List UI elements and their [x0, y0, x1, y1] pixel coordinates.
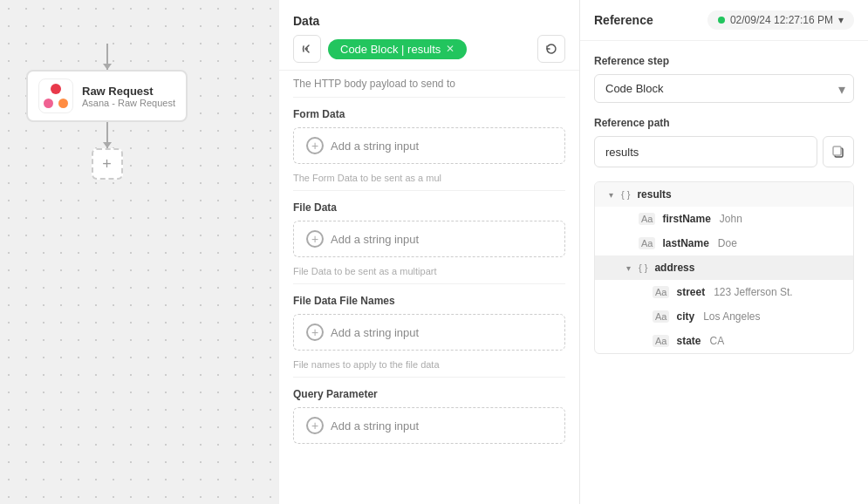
file-data-names-section: File Data File Names + Add a string inpu… — [293, 284, 565, 356]
query-param-section: Query Parameter + Add a string input — [293, 378, 565, 449]
undo-icon — [545, 43, 557, 55]
step-action-button[interactable] — [537, 35, 565, 63]
connector-arrow-2 — [106, 122, 108, 148]
file-data-add-input[interactable]: + Add a string input — [293, 221, 565, 257]
data-panel-body: The HTTP body payload to send to Form Da… — [279, 71, 579, 449]
file-data-names-add-label: Add a string input — [331, 326, 419, 339]
reference-step-select-wrapper: Code Block ▾ — [594, 74, 854, 103]
tree-value-firstname: John — [720, 213, 742, 225]
file-data-names-label: File Data File Names — [293, 295, 565, 307]
tree-value-lastname: Doe — [718, 237, 737, 249]
tree-row-state[interactable]: Aa state CA — [595, 329, 853, 353]
dot-red — [51, 84, 61, 94]
tree-key-state: state — [676, 335, 701, 347]
asana-dots — [42, 82, 70, 110]
data-panel-title: Data — [293, 14, 565, 28]
node-container: Raw Request Asana - Raw Request + — [26, 44, 188, 180]
query-param-label: Query Parameter — [293, 388, 565, 400]
copy-icon — [831, 145, 845, 159]
string-type-icon-2: Aa — [639, 237, 655, 249]
tree-key-firstname: firstName — [662, 213, 710, 225]
workflow-canvas: Raw Request Asana - Raw Request + — [0, 0, 279, 504]
tree-row-city[interactable]: Aa city Los Angeles — [595, 304, 853, 329]
tree-toggle-results[interactable]: ▾ — [604, 187, 618, 201]
results-tree: ▾ { } results Aa firstName John Aa lastN… — [594, 181, 854, 354]
tree-toggle-spacer-4 — [635, 310, 649, 324]
tree-row-address[interactable]: ▾ { } address — [595, 255, 853, 280]
reference-panel: Reference 02/09/24 12:27:16 PM ▾ Referen… — [580, 0, 868, 504]
dot-pink — [44, 99, 53, 108]
file-data-names-add-input[interactable]: + Add a string input — [293, 314, 565, 351]
query-param-add-input[interactable]: + Add a string input — [293, 407, 565, 444]
query-param-add-label: Add a string input — [331, 419, 419, 432]
step-badge: Code Block | results ✕ — [328, 39, 467, 59]
file-data-names-desc: File names to apply to the file data — [293, 356, 565, 378]
form-data-desc: The Form Data to be sent as a mul — [293, 169, 565, 191]
copy-path-button[interactable] — [823, 136, 854, 167]
step-badge-close[interactable]: ✕ — [446, 43, 455, 55]
reference-path-wrapper — [594, 136, 854, 167]
status-dot — [718, 17, 725, 24]
tree-toggle-spacer-3 — [635, 285, 649, 299]
tree-row-lastname[interactable]: Aa lastName Doe — [595, 231, 853, 255]
tree-toggle-spacer — [621, 212, 635, 226]
tree-value-street: 123 Jefferson St. — [714, 286, 793, 298]
tree-key-results: results — [637, 188, 671, 201]
reference-title: Reference — [594, 13, 653, 27]
string-type-icon-4: Aa — [653, 310, 669, 323]
tree-key-city: city — [676, 310, 694, 323]
tree-key-address: address — [654, 262, 694, 274]
tree-value-state: CA — [709, 335, 724, 347]
reference-body: Reference step Code Block ▾ Reference pa… — [580, 41, 868, 368]
plus-circle-icon-2: + — [306, 230, 324, 248]
chevron-down-icon: ▾ — [838, 14, 844, 26]
reference-path-label: Reference path — [594, 117, 854, 129]
data-description: The HTTP body payload to send to — [293, 71, 565, 98]
tree-toggle-spacer-2 — [621, 236, 635, 250]
file-data-label: File Data — [293, 201, 565, 214]
tree-row-firstname[interactable]: Aa firstName John — [595, 207, 853, 231]
tree-row-street[interactable]: Aa street 123 Jefferson St. — [595, 280, 853, 304]
form-data-add-label: Add a string input — [331, 140, 419, 153]
file-data-section: File Data + Add a string input — [293, 191, 565, 262]
string-type-icon-5: Aa — [653, 335, 669, 347]
step-badge-label: Code Block | results — [340, 43, 441, 56]
reference-step-label: Reference step — [594, 55, 854, 67]
file-data-add-label: Add a string input — [331, 233, 419, 246]
reference-header: Reference 02/09/24 12:27:16 PM ▾ — [580, 0, 868, 41]
tree-value-city: Los Angeles — [703, 310, 760, 323]
reference-path-input[interactable] — [594, 136, 817, 167]
plus-circle-icon: + — [306, 137, 324, 154]
node-title: Raw Request — [82, 85, 175, 98]
object-icon-address: { } — [639, 262, 647, 273]
form-data-add-input[interactable]: + Add a string input — [293, 127, 565, 164]
data-panel: Data Code Block | results ✕ The — [279, 0, 580, 504]
plus-circle-icon-4: + — [306, 417, 324, 434]
form-data-section: Form Data + Add a string input — [293, 98, 565, 169]
tree-row-results[interactable]: ▾ { } results — [595, 182, 853, 207]
file-data-desc: File Data to be sent as a multipart — [293, 262, 565, 284]
reference-timestamp[interactable]: 02/09/24 12:27:16 PM ▾ — [707, 10, 854, 30]
timestamp-label: 02/09/24 12:27:16 PM — [730, 14, 833, 26]
tree-toggle-address[interactable]: ▾ — [621, 261, 635, 275]
tree-toggle-spacer-5 — [635, 334, 649, 348]
step-back-button[interactable] — [293, 35, 321, 63]
plus-circle-icon-3: + — [306, 324, 324, 341]
form-data-label: Form Data — [293, 108, 565, 120]
svg-point-0 — [306, 48, 308, 50]
string-type-icon-3: Aa — [653, 286, 669, 298]
connector-arrow — [106, 44, 108, 70]
object-icon-results: { } — [621, 189, 630, 200]
svg-rect-2 — [833, 146, 841, 155]
node-icon — [38, 78, 73, 113]
string-type-icon: Aa — [639, 213, 655, 225]
node-info: Raw Request Asana - Raw Request — [82, 85, 175, 108]
raw-request-node[interactable]: Raw Request Asana - Raw Request — [26, 70, 188, 122]
reference-step-select[interactable]: Code Block — [594, 74, 854, 103]
add-node-button[interactable]: + — [92, 148, 123, 180]
dot-orange — [58, 99, 68, 108]
back-icon — [301, 43, 313, 55]
tree-key-lastname: lastName — [662, 237, 708, 249]
tree-key-street: street — [676, 286, 705, 298]
node-subtitle: Asana - Raw Request — [82, 98, 175, 108]
